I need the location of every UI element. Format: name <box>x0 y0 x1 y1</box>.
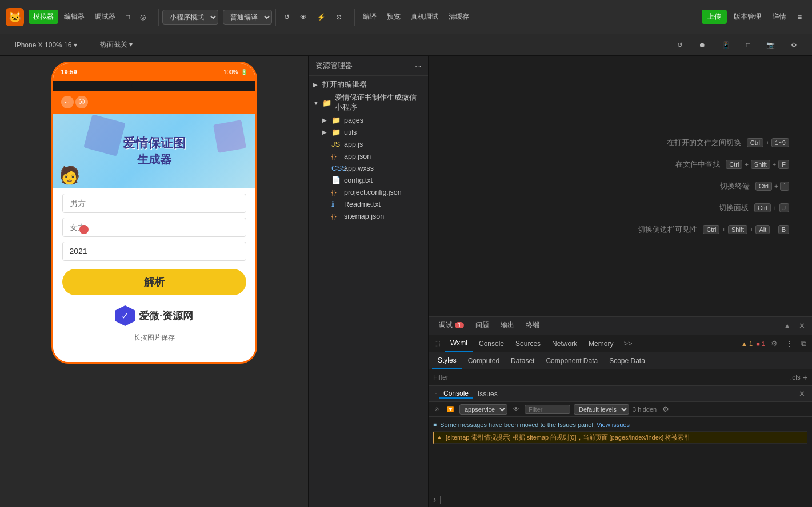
tablet-btn[interactable]: □ <box>741 39 756 51</box>
console-toolbar: ⊘ 🔽 appservice 👁 Default levels 3 hidden… <box>429 402 812 417</box>
resource-manager-label: 资源管理器 <box>315 61 353 71</box>
menu-btn[interactable]: ≡ <box>793 11 806 23</box>
phone-banner: 🧑 爱情保证图 生成器 <box>53 114 255 188</box>
styles-tabs: Styles Computed Dataset Component Data S… <box>429 352 812 369</box>
utils-arrow: ▶ <box>322 129 331 135</box>
styles-tab-computed[interactable]: Computed <box>462 352 505 369</box>
app-js-icon: JS <box>331 140 342 148</box>
tab-output[interactable]: 输出 <box>495 317 520 335</box>
tree-item-utils[interactable]: ▶ 📁 utils <box>309 126 428 138</box>
tree-item-sitemap[interactable]: ▶ {} sitemap.json <box>309 210 428 222</box>
tree-item-config-txt[interactable]: ▶ 📄 config.txt <box>309 174 428 186</box>
debug-btn[interactable]: 调试器 <box>90 10 120 24</box>
wxml-settings-btn[interactable]: ⚙ <box>769 338 780 349</box>
expand-btn[interactable]: ▲ <box>781 320 793 331</box>
console-tab-console[interactable]: Console <box>439 389 473 399</box>
tab-terminal[interactable]: 终端 <box>520 317 545 335</box>
screenshot-btn[interactable]: 📷 <box>761 39 781 51</box>
subtab-wxml[interactable]: Wxml <box>445 335 473 352</box>
shortcut-row-3: 切换终端 Ctrl + ` <box>681 181 789 191</box>
tree-item-readme[interactable]: ▶ ℹ Readme.txt <box>309 198 428 210</box>
detail-btn[interactable]: 详情 <box>768 10 791 24</box>
device-select[interactable]: iPhone X 100% 16 ▾ <box>9 39 83 51</box>
more-wxml-tabs-btn[interactable]: >> <box>621 338 634 349</box>
view-issues-link[interactable]: View issues <box>597 421 630 428</box>
tab-debug[interactable]: 调试 1 <box>433 317 470 335</box>
file-tree: ▶ 打开的编辑器 ▼ 📁 爱情保证书制作生成微信小程序 ▶ 📁 pages ▶ … <box>309 76 428 507</box>
key-1-9: 1~9 <box>771 138 789 147</box>
tree-item-app-json[interactable]: ▶ {} app.json <box>309 150 428 162</box>
subtab-network[interactable]: Network <box>546 335 583 352</box>
tree-item-pages[interactable]: ▶ 📁 pages <box>309 114 428 126</box>
console-close-btn[interactable]: ✕ <box>797 388 807 399</box>
version-btn[interactable]: 版本管理 <box>729 10 766 24</box>
upload-btn[interactable]: 上传 <box>702 10 727 24</box>
project-folder-item[interactable]: ▼ 📁 爱情保证书制作生成微信小程序 <box>309 91 428 114</box>
tree-item-app-js[interactable]: ▶ JS app.js <box>309 138 428 150</box>
tab-issues[interactable]: 问题 <box>470 317 495 335</box>
preview-btn[interactable]: 预览 <box>382 10 405 24</box>
more-btn[interactable]: ⊙ <box>331 11 346 23</box>
console-clear-btn[interactable]: ⊘ <box>432 405 441 413</box>
tree-item-app-wxss[interactable]: ▶ CSS app.wxss <box>309 162 428 174</box>
prompt-cursor[interactable]: | <box>439 494 442 505</box>
subtab-console[interactable]: Console <box>473 335 510 352</box>
filter-input[interactable] <box>433 373 790 381</box>
preview-icon-btn[interactable]: 👁 <box>295 11 311 23</box>
tree-item-project-config[interactable]: ▶ {} project.config.json <box>309 186 428 198</box>
styles-tab-scope[interactable]: Scope Data <box>603 352 651 369</box>
service-select[interactable]: appservice <box>459 404 507 415</box>
msg-text-warning: [sitemap 索引情况提示] 根据 sitemap 的规则[0]，当前页面 … <box>446 433 807 442</box>
simulator-btn[interactable]: 模拟器 <box>29 10 58 24</box>
heat-btn[interactable]: 热面截关 ▾ <box>94 38 138 51</box>
real-dev-btn[interactable]: 真机调试 <box>406 10 443 24</box>
console-eye-btn[interactable]: 👁 <box>511 405 521 413</box>
console-filter-input[interactable] <box>525 405 570 414</box>
year-field[interactable] <box>62 242 246 261</box>
editor-btn[interactable]: 编辑器 <box>59 10 89 24</box>
settings-btn[interactable]: ⚙ <box>785 39 803 51</box>
record-btn[interactable]: ⏺ <box>693 39 711 51</box>
warning-count: ▲ 1 <box>741 340 753 347</box>
page-btn[interactable]: □ <box>121 11 134 23</box>
console-msg-info: ■ Some messages have been moved to the I… <box>433 419 807 432</box>
styles-tab-component[interactable]: Component Data <box>540 352 603 369</box>
male-field[interactable] <box>62 194 246 213</box>
shortcut-row-2: 在文件中查找 Ctrl + Shift + F <box>651 159 789 170</box>
shortcut-row-1: 在打开的文件之间切换 Ctrl + 1~9 <box>667 138 789 148</box>
refresh-btn[interactable]: ↺ <box>279 11 294 23</box>
main-content: 19:59 100% 🔋 ··· ⦿ <box>0 56 812 507</box>
wxml-more-btn[interactable]: ⋮ <box>783 338 795 349</box>
project-config-icon: {} <box>331 188 342 196</box>
parse-btn[interactable]: 解析 <box>62 269 246 295</box>
console-tab-issues[interactable]: Issues <box>473 390 502 398</box>
compile-btn[interactable]: 编译 <box>358 10 381 24</box>
subtab-sources[interactable]: Sources <box>510 335 546 352</box>
female-field[interactable] <box>62 218 246 237</box>
console-filter-toggle-btn[interactable]: 🔽 <box>445 405 456 413</box>
key-j: J <box>779 203 790 212</box>
console-drag-handle: ⋮ <box>433 391 439 397</box>
battery-icon: 🔋 <box>241 69 247 75</box>
compile-select[interactable]: 普通编译 <box>223 10 272 25</box>
level-select[interactable]: Default levels <box>574 404 629 415</box>
clean-cache-btn[interactable]: 清缓存 <box>444 10 474 24</box>
circle-btn[interactable]: ◎ <box>135 11 150 23</box>
banner-character: 🧑 <box>59 165 80 185</box>
refresh-sim-btn[interactable]: ↺ <box>671 39 689 51</box>
inspect-btn[interactable]: ⬚ <box>432 339 442 348</box>
subtab-memory[interactable]: Memory <box>583 335 619 352</box>
open-editors-section[interactable]: ▶ 打开的编辑器 <box>309 78 428 91</box>
file-tree-more-icon[interactable]: ··· <box>415 62 421 70</box>
mode-select[interactable]: 小程序模式 <box>162 10 218 25</box>
add-style-btn[interactable]: + <box>803 373 807 382</box>
console-settings-btn[interactable]: ⚙ <box>660 404 671 415</box>
project-arrow: ▼ <box>313 100 322 106</box>
styles-tab-styles[interactable]: Styles <box>432 352 462 369</box>
key-b-5: B <box>778 225 789 234</box>
phone-btn[interactable]: 📱 <box>716 39 736 51</box>
wxml-dock-btn[interactable]: ⧉ <box>799 338 809 349</box>
close-devtools-btn[interactable]: ✕ <box>797 320 807 331</box>
clean-btn[interactable]: ⚡ <box>313 11 330 23</box>
styles-tab-dataset[interactable]: Dataset <box>505 352 540 369</box>
